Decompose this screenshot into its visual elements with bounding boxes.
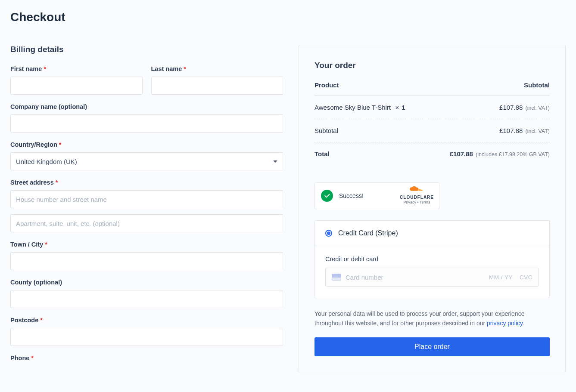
total-tax-note: (includes £17.98 20% GB VAT) [476,151,550,157]
billing-heading: Billing details [10,45,283,54]
subtotal-price: £107.88 [499,127,523,134]
order-line-item: Awesome Sky Blue T-Shirt × 1 £107.88 (in… [314,96,550,119]
order-header-product: Product [314,81,339,89]
line-item-qty: 1 [402,104,405,111]
last-name-input[interactable] [151,77,283,95]
cloudflare-icon [409,185,425,192]
place-order-button[interactable]: Place order [314,337,550,356]
county-label: County (optional) [10,279,283,286]
subtotal-vat-note: (incl. VAT) [526,128,550,134]
captcha-widget: Success! CLOUDFLARE Privacy • Terms [314,182,439,209]
card-cvc-placeholder: CVC [520,274,532,281]
order-summary: Your order Product Subtotal Awesome Sky … [299,45,566,372]
line-item-name: Awesome Sky Blue T-Shirt [314,104,391,111]
page-title: Checkout [10,10,566,24]
postcode-label: Postcode * [10,317,283,324]
order-header-subtotal: Subtotal [524,81,550,89]
privacy-notice: Your personal data will be used to proce… [314,309,550,328]
radio-selected-icon [325,230,332,237]
qty-times-icon: × [395,104,399,111]
total-label: Total [314,150,330,157]
last-name-label: Last name * [151,65,283,72]
postcode-input[interactable] [10,328,283,346]
company-label: Company name (optional) [10,103,283,110]
order-subtotal-row: Subtotal £107.88 (incl. VAT) [314,119,550,142]
billing-section: Billing details First name * Last name *… [10,45,283,366]
privacy-policy-link[interactable]: privacy policy [487,320,523,327]
captcha-status: Success! [339,192,364,199]
city-label: Town / City * [10,241,283,248]
county-input[interactable] [10,290,283,308]
order-heading: Your order [314,61,550,70]
street-label: Street address * [10,179,283,186]
country-value: United Kingdom (UK) [16,158,77,165]
country-select[interactable]: United Kingdom (UK) [10,152,283,170]
payment-method-label: Credit Card (Stripe) [338,229,398,237]
card-number-placeholder: Card number [346,274,485,281]
card-exp-placeholder: MM / YY [489,274,513,281]
city-input[interactable] [10,252,283,270]
card-number-input[interactable]: Card number MM / YY CVC [325,268,539,287]
subtotal-label: Subtotal [314,127,338,134]
first-name-label: First name * [10,65,143,72]
cloudflare-brand: CLOUDFLARE Privacy • Terms [400,185,434,204]
chevron-down-icon [273,161,277,163]
payment-method-box: Credit Card (Stripe) Credit or debit car… [314,220,550,298]
street-address-1-input[interactable] [10,190,283,208]
line-item-vat-note: (incl. VAT) [526,105,550,111]
order-total-row: Total £107.88 (includes £17.98 20% GB VA… [314,142,550,165]
payment-method-option[interactable]: Credit Card (Stripe) [315,221,549,246]
total-price: £107.88 [450,150,473,157]
company-input[interactable] [10,114,283,133]
credit-card-icon [332,274,341,281]
card-field-label: Credit or debit card [325,256,539,262]
street-address-2-input[interactable] [10,214,283,232]
line-item-price: £107.88 [499,104,523,111]
first-name-input[interactable] [10,77,143,95]
country-label: Country/Region * [10,141,283,148]
phone-label: Phone * [10,355,283,361]
check-circle-icon [321,190,333,202]
